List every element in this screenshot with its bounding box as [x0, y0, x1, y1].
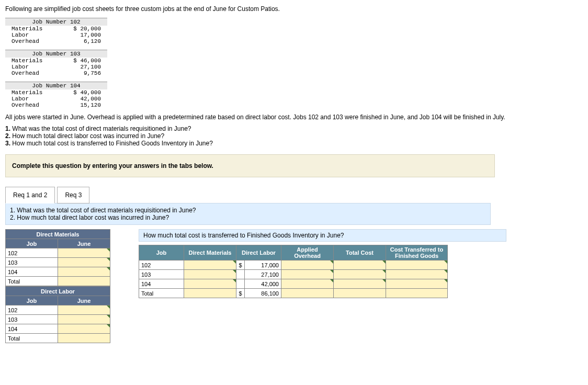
tabs-row: Req 1 and 2 Req 3: [5, 187, 583, 203]
input-cell[interactable]: [386, 261, 448, 270]
direct-labor-value: 17,000: [245, 261, 281, 270]
direct-labor-table: Direct Labor Job June 102 103 104 Total: [5, 286, 110, 343]
input-cell[interactable]: [334, 261, 386, 270]
fg-col-ao: Applied Overhead: [281, 245, 334, 261]
input-cell[interactable]: [184, 289, 236, 298]
questions-list: 1. What was the total cost of direct mat…: [5, 125, 583, 147]
input-cell[interactable]: [58, 248, 110, 258]
table-row: 102: [6, 305, 58, 315]
job-sheet-header: Job Number 104: [5, 82, 107, 89]
input-cell[interactable]: [58, 277, 110, 286]
input-cell[interactable]: [184, 279, 236, 289]
dm-title: Direct Materials: [6, 230, 110, 239]
input-cell[interactable]: [58, 315, 110, 324]
direct-labor-value: 42,000: [245, 279, 281, 289]
input-cell[interactable]: [58, 258, 110, 267]
input-cell[interactable]: [334, 270, 386, 279]
dl-title: Direct Labor: [6, 287, 110, 296]
input-cell[interactable]: [58, 305, 110, 315]
job-sheet-row: Materials$ 46,000: [5, 58, 107, 64]
input-cell[interactable]: [386, 279, 448, 289]
job-sheet: Job Number 102Materials$ 20,000Labor17,0…: [5, 18, 107, 44]
description-text: All jobs were started in June. Overhead …: [5, 114, 583, 121]
input-cell[interactable]: [58, 334, 110, 343]
input-cell[interactable]: [334, 289, 386, 298]
table-row: 102: [139, 261, 184, 270]
input-cell[interactable]: [334, 279, 386, 289]
job-sheet: Job Number 104Materials$ 49,000Labor42,0…: [5, 82, 107, 108]
input-cell[interactable]: [58, 267, 110, 277]
table-row: 103: [6, 315, 58, 324]
currency-symbol: $: [236, 261, 245, 270]
input-cell[interactable]: [58, 324, 110, 334]
fg-col-dm: Direct Materials: [184, 245, 236, 261]
dm-col-june: June: [58, 239, 110, 248]
fg-col-tc: Total Cost: [334, 245, 386, 261]
tab-req-1-2[interactable]: Req 1 and 2: [5, 187, 55, 203]
table-row: 104: [6, 267, 58, 277]
table-row: 104: [139, 279, 184, 289]
job-sheet-row: Overhead15,120: [5, 102, 107, 108]
job-sheet-header: Job Number 102: [5, 18, 107, 26]
job-sheet-row: Materials$ 49,000: [5, 89, 107, 96]
fg-col-job: Job: [139, 245, 184, 261]
currency-symbol: [236, 270, 245, 279]
instruction-bar: Complete this question by entering your …: [5, 154, 495, 177]
dl-col-job: Job: [6, 296, 58, 305]
input-cell[interactable]: [184, 270, 236, 279]
job-sheet-row: Overhead6,120: [5, 38, 107, 44]
input-cell[interactable]: [386, 270, 448, 279]
input-cell[interactable]: [281, 270, 334, 279]
fg-col-dl: Direct Labor: [236, 245, 281, 261]
tab-req-3[interactable]: Req 3: [57, 187, 89, 203]
currency-symbol: [236, 279, 245, 289]
job-sheet-row: Labor42,000: [5, 96, 107, 102]
table-row: Total: [6, 277, 58, 286]
finished-goods-table: Job Direct Materials Direct Labor Applie…: [139, 245, 448, 298]
job-sheet-header: Job Number 103: [5, 50, 107, 58]
intro-text: Following are simplified job cost sheets…: [5, 5, 583, 13]
direct-materials-table: Direct Materials Job June 102 103 104 To…: [5, 229, 110, 286]
input-cell[interactable]: [281, 279, 334, 289]
input-cell[interactable]: [281, 261, 334, 270]
dm-col-job: Job: [6, 239, 58, 248]
job-sheet: Job Number 103Materials$ 46,000Labor27,1…: [5, 50, 107, 76]
currency-symbol: $: [236, 289, 245, 298]
job-sheet-row: Labor27,100: [5, 64, 107, 70]
table-row: Total: [6, 334, 58, 343]
table-row: 103: [139, 270, 184, 279]
fg-col-ct: Cost Transferred to Finished Goods: [386, 245, 448, 261]
table-row: 102: [6, 248, 58, 258]
job-sheet-row: Labor17,000: [5, 32, 107, 38]
table-row: 104: [6, 324, 58, 334]
input-cell[interactable]: [184, 261, 236, 270]
input-cell[interactable]: [281, 289, 334, 298]
job-sheet-row: Overhead9,756: [5, 70, 107, 76]
tab-pane-question: 1. What was the total cost of direct mat…: [5, 203, 491, 225]
table-row: 103: [6, 258, 58, 267]
input-cell[interactable]: [386, 289, 448, 298]
direct-labor-value: 27,100: [245, 270, 281, 279]
fg-question: How much total cost is transferred to Fi…: [139, 229, 506, 242]
dl-col-june: June: [58, 296, 110, 305]
table-row: Total: [139, 289, 184, 298]
job-sheet-row: Materials$ 20,000: [5, 26, 107, 32]
direct-labor-value: 86,100: [245, 289, 281, 298]
